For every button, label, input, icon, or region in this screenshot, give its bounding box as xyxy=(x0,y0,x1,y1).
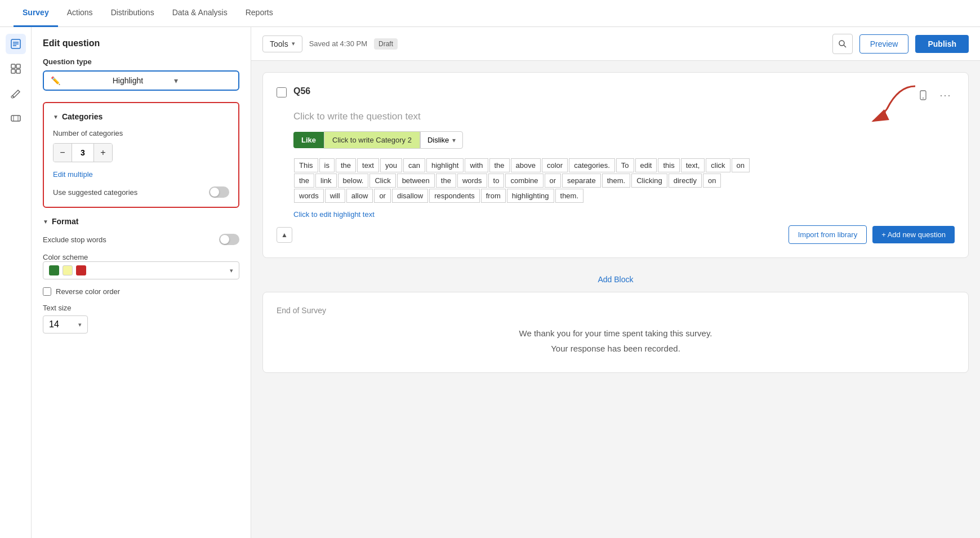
text-size-select[interactable]: 14 ▾ xyxy=(43,315,88,334)
word-cell[interactable]: with xyxy=(465,158,488,172)
panel-title: Edit question xyxy=(43,38,239,48)
use-suggested-toggle[interactable] xyxy=(209,186,229,198)
question-actions: ··· xyxy=(914,86,955,104)
tools-chevron-icon: ▾ xyxy=(292,40,295,47)
blocks-icon-btn[interactable] xyxy=(6,59,26,79)
increment-button[interactable]: + xyxy=(94,144,112,162)
word-cell[interactable]: categories. xyxy=(569,158,615,172)
preview-button[interactable]: Preview xyxy=(859,34,909,54)
nav-data-analysis[interactable]: Data & Analysis xyxy=(163,0,237,27)
word-cell[interactable]: on xyxy=(732,158,750,172)
word-cell[interactable]: above xyxy=(511,158,541,172)
color-scheme-chevron-icon: ▾ xyxy=(230,267,233,274)
exclude-stop-words-row: Exclude stop words xyxy=(43,234,239,245)
word-cell[interactable]: can xyxy=(403,158,425,172)
word-cell[interactable]: separate xyxy=(562,174,601,188)
word-cell[interactable]: is xyxy=(319,158,335,172)
word-cell[interactable]: edit xyxy=(635,158,657,172)
format-chevron-icon: ▼ xyxy=(43,219,48,225)
word-cell[interactable]: words xyxy=(457,174,487,188)
word-cell[interactable]: words xyxy=(294,189,324,203)
category-2[interactable]: Click to write Category 2 xyxy=(324,131,420,149)
word-cell[interactable]: text xyxy=(357,158,379,172)
word-cell[interactable]: will xyxy=(325,189,345,203)
svg-point-15 xyxy=(923,97,924,99)
add-block-button[interactable]: Add Block xyxy=(262,267,969,292)
saved-text: Saved at 4:30 PM xyxy=(309,39,367,48)
categories-header[interactable]: ▼ Categories xyxy=(53,112,229,121)
word-cell[interactable]: between xyxy=(397,174,435,188)
exclude-toggle-knob xyxy=(220,235,229,244)
word-cell[interactable]: this xyxy=(658,158,679,172)
search-button[interactable] xyxy=(832,34,853,54)
word-cell[interactable]: the xyxy=(436,174,456,188)
survey-icon-btn[interactable] xyxy=(6,34,26,54)
svg-line-13 xyxy=(844,45,846,47)
word-cell[interactable]: or xyxy=(545,174,562,188)
word-cell[interactable]: the xyxy=(489,158,510,172)
exclude-stop-words-toggle[interactable] xyxy=(219,234,239,245)
word-cell[interactable]: on xyxy=(703,174,721,188)
edit-multiple-link[interactable]: Edit multiple xyxy=(53,170,229,179)
question-checkbox[interactable] xyxy=(277,87,287,97)
word-cell[interactable]: color xyxy=(542,158,568,172)
word-cell[interactable]: below. xyxy=(338,174,369,188)
publish-button[interactable]: Publish xyxy=(915,35,969,53)
word-cell[interactable]: link xyxy=(315,174,337,188)
word-cell[interactable]: or xyxy=(374,189,391,203)
format-header[interactable]: ▼ Format xyxy=(43,217,239,226)
nav-distributions[interactable]: Distributions xyxy=(102,0,163,27)
category-like[interactable]: Like xyxy=(293,132,324,148)
categories-count: 3 xyxy=(72,144,94,162)
tools-button[interactable]: Tools ▾ xyxy=(262,35,302,52)
word-cell[interactable]: allow xyxy=(346,189,373,203)
word-cell[interactable]: text, xyxy=(681,158,705,172)
icon-sidebar xyxy=(0,27,32,538)
toggle-knob xyxy=(210,188,219,197)
word-cell[interactable]: you xyxy=(380,158,402,172)
num-categories-label: Number of categories xyxy=(53,129,229,137)
nav-actions[interactable]: Actions xyxy=(58,0,102,27)
category-dislike[interactable]: Dislike ▾ xyxy=(420,131,463,149)
word-cell[interactable]: the xyxy=(294,174,314,188)
word-grid: This is the text you can highlight with … xyxy=(277,158,955,203)
import-from-library-button[interactable]: Import from library xyxy=(789,225,867,244)
word-cell[interactable]: directly xyxy=(669,174,702,188)
color-scheme-select[interactable]: ▾ xyxy=(43,261,239,279)
more-options-icon[interactable]: ··· xyxy=(937,86,955,104)
word-cell[interactable]: To xyxy=(616,158,634,172)
word-cell[interactable]: from xyxy=(481,189,506,203)
survey-content: Q56 ··· Click to write the que xyxy=(251,61,980,538)
word-cell[interactable]: highlighting xyxy=(507,189,554,203)
color-dot-green xyxy=(49,265,59,275)
word-cell[interactable]: Clicking xyxy=(631,174,667,188)
edit-highlight-link[interactable]: Click to edit highlight text xyxy=(277,210,955,219)
color-dot-red xyxy=(76,265,86,275)
nav-reports[interactable]: Reports xyxy=(237,0,282,27)
reverse-color-checkbox[interactable] xyxy=(43,287,51,296)
word-cell[interactable]: click xyxy=(706,158,730,172)
word-cell[interactable]: respondents xyxy=(429,189,480,203)
word-cell[interactable]: highlight xyxy=(426,158,464,172)
tools-icon-btn[interactable] xyxy=(6,108,26,128)
add-new-question-button[interactable]: + Add new question xyxy=(872,226,955,243)
question-text-placeholder[interactable]: Click to write the question text xyxy=(277,111,955,122)
svg-rect-9 xyxy=(11,115,20,121)
number-control: − 3 + xyxy=(53,143,113,162)
word-cell[interactable]: the xyxy=(336,158,356,172)
word-cell[interactable]: This xyxy=(294,158,318,172)
word-cell[interactable]: them. xyxy=(555,189,584,203)
word-row-3: words will allow or disallow respondents… xyxy=(293,188,955,203)
nav-survey[interactable]: Survey xyxy=(14,0,58,27)
paint-icon-btn[interactable] xyxy=(6,83,26,104)
word-cell[interactable]: combine xyxy=(505,174,543,188)
word-cell[interactable]: to xyxy=(488,174,505,188)
svg-point-12 xyxy=(839,41,844,46)
decrement-button[interactable]: − xyxy=(54,144,72,162)
word-cell[interactable]: them. xyxy=(602,174,631,188)
collapse-button[interactable]: ▲ xyxy=(277,227,292,243)
mobile-preview-icon[interactable] xyxy=(914,86,932,104)
word-cell[interactable]: disallow xyxy=(392,189,428,203)
word-cell[interactable]: Click xyxy=(369,174,395,188)
question-type-select[interactable]: ✏️ Highlight ▾ xyxy=(43,70,239,91)
